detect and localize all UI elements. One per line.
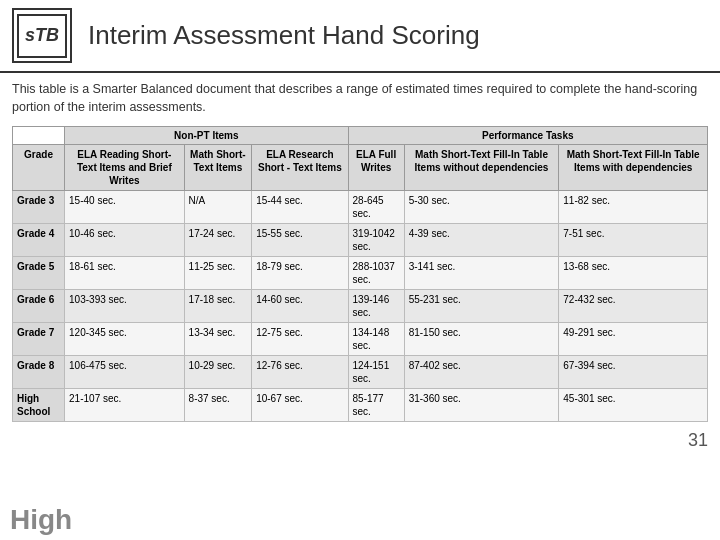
cell: 15-40 sec. <box>65 191 185 224</box>
cell: 81-150 sec. <box>404 323 559 356</box>
cell: 13-68 sec. <box>559 257 708 290</box>
cell: 124-151 sec. <box>348 356 404 389</box>
cell: 10-46 sec. <box>65 224 185 257</box>
grade-label: High School <box>13 389 65 422</box>
page-header: sTB Interim Assessment Hand Scoring <box>0 0 720 73</box>
logo-inner: sTB <box>17 14 67 58</box>
logo: sTB <box>12 8 72 63</box>
cell: 45-301 sec. <box>559 389 708 422</box>
cell: 103-393 sec. <box>65 290 185 323</box>
col-math-short: Math Short-Text Items <box>184 145 252 191</box>
cell: N/A <box>184 191 252 224</box>
bottom-label: High <box>10 504 72 536</box>
footer: 31 <box>0 426 720 455</box>
col-math-fill-dep: Math Short-Text Fill-In Table Items with… <box>559 145 708 191</box>
cell: 31-360 sec. <box>404 389 559 422</box>
section-empty <box>13 127 65 145</box>
cell: 15-55 sec. <box>252 224 348 257</box>
cell: 3-141 sec. <box>404 257 559 290</box>
cell: 72-432 sec. <box>559 290 708 323</box>
cell: 18-79 sec. <box>252 257 348 290</box>
cell: 49-291 sec. <box>559 323 708 356</box>
cell: 87-402 sec. <box>404 356 559 389</box>
grade-label: Grade 4 <box>13 224 65 257</box>
table-row: Grade 7 120-345 sec. 13-34 sec. 12-75 se… <box>13 323 708 356</box>
cell: 8-37 sec. <box>184 389 252 422</box>
description-text: This table is a Smarter Balanced documen… <box>12 81 708 116</box>
description: This table is a Smarter Balanced documen… <box>0 73 720 122</box>
cell: 21-107 sec. <box>65 389 185 422</box>
performance-header: Performance Tasks <box>348 127 707 145</box>
cell: 13-34 sec. <box>184 323 252 356</box>
cell: 28-645 sec. <box>348 191 404 224</box>
cell: 55-231 sec. <box>404 290 559 323</box>
table-row: Grade 5 18-61 sec. 11-25 sec. 18-79 sec.… <box>13 257 708 290</box>
cell: 17-24 sec. <box>184 224 252 257</box>
col-grade: Grade <box>13 145 65 191</box>
cell: 67-394 sec. <box>559 356 708 389</box>
non-pt-header: Non-PT Items <box>65 127 348 145</box>
section-header-row: Non-PT Items Performance Tasks <box>13 127 708 145</box>
cell: 11-25 sec. <box>184 257 252 290</box>
grade-label: Grade 5 <box>13 257 65 290</box>
cell: 85-177 sec. <box>348 389 404 422</box>
col-ela-reading: ELA Reading Short-Text Items and Brief W… <box>65 145 185 191</box>
cell: 319-1042 sec. <box>348 224 404 257</box>
col-header-row: Grade ELA Reading Short-Text Items and B… <box>13 145 708 191</box>
table-row: Grade 3 15-40 sec. N/A 15-44 sec. 28-645… <box>13 191 708 224</box>
page-number: 31 <box>688 430 708 451</box>
cell: 134-148 sec. <box>348 323 404 356</box>
cell: 17-18 sec. <box>184 290 252 323</box>
grade-label: Grade 8 <box>13 356 65 389</box>
cell: 288-1037 sec. <box>348 257 404 290</box>
table-row: High School 21-107 sec. 8-37 sec. 10-67 … <box>13 389 708 422</box>
grade-label: Grade 3 <box>13 191 65 224</box>
scoring-table: Non-PT Items Performance Tasks Grade ELA… <box>12 126 708 422</box>
page-title: Interim Assessment Hand Scoring <box>88 20 480 51</box>
cell: 12-75 sec. <box>252 323 348 356</box>
cell: 18-61 sec. <box>65 257 185 290</box>
cell: 15-44 sec. <box>252 191 348 224</box>
cell: 10-29 sec. <box>184 356 252 389</box>
cell: 11-82 sec. <box>559 191 708 224</box>
grade-label: Grade 7 <box>13 323 65 356</box>
cell: 7-51 sec. <box>559 224 708 257</box>
logo-text: sTB <box>25 25 59 46</box>
cell: 106-475 sec. <box>65 356 185 389</box>
scoring-table-container: Non-PT Items Performance Tasks Grade ELA… <box>0 122 720 426</box>
table-row: Grade 6 103-393 sec. 17-18 sec. 14-60 se… <box>13 290 708 323</box>
cell: 14-60 sec. <box>252 290 348 323</box>
col-ela-research: ELA Research Short - Text Items <box>252 145 348 191</box>
cell: 120-345 sec. <box>65 323 185 356</box>
cell: 5-30 sec. <box>404 191 559 224</box>
cell: 12-76 sec. <box>252 356 348 389</box>
col-math-fill-no-dep: Math Short-Text Fill-In Table Items with… <box>404 145 559 191</box>
cell: 139-146 sec. <box>348 290 404 323</box>
col-ela-full: ELA Full Writes <box>348 145 404 191</box>
cell: 4-39 sec. <box>404 224 559 257</box>
table-row: Grade 8 106-475 sec. 10-29 sec. 12-76 se… <box>13 356 708 389</box>
cell: 10-67 sec. <box>252 389 348 422</box>
table-row: Grade 4 10-46 sec. 17-24 sec. 15-55 sec.… <box>13 224 708 257</box>
grade-label: Grade 6 <box>13 290 65 323</box>
